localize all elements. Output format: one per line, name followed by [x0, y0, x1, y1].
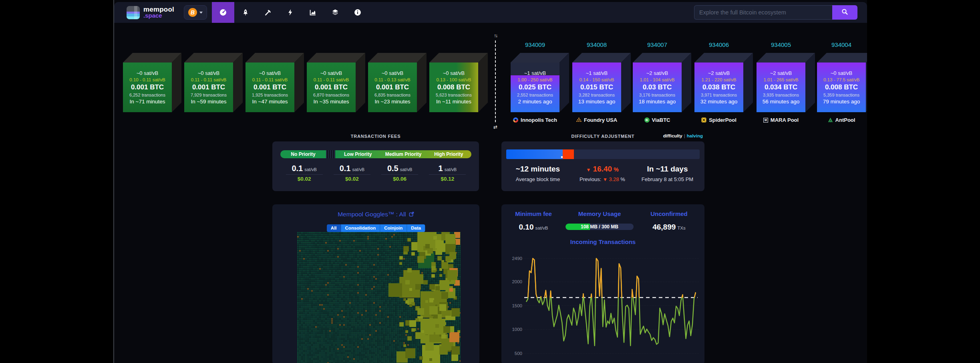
nav-tab-dashboard[interactable]	[212, 2, 234, 23]
goggles-title: Mempool Goggles™ : All	[338, 211, 406, 218]
goggles-tab-consolidation[interactable]: Consolidation	[341, 224, 380, 232]
mempool-block-cube[interactable]: ~0 sat/vB0.11 - 0.13 sat/vB0.001 BTC6,83…	[368, 63, 417, 112]
minimum-fee-unit: sat/vB	[535, 226, 548, 230]
layers-icon	[332, 9, 339, 16]
difficulty-link[interactable]: difficulty	[663, 133, 682, 138]
unconfirmed-heading: Unconfirmed	[634, 210, 704, 217]
mempool-block[interactable]: ~0 sat/vB0.11 - 0.11 sat/vB0.001 BTC6,87…	[307, 63, 356, 112]
mempool-block[interactable]: ~0 sat/vB0.11 - 0.11 sat/vB0.001 BTC1,92…	[246, 63, 294, 112]
mining-pool-link[interactable]: AntPool	[817, 117, 866, 123]
block-face: ~0 sat/vB0.10 - 0.11 sat/vB0.001 BTC6,25…	[123, 63, 172, 112]
block-face: ~0 sat/vB0.11 - 0.11 sat/vB0.001 BTC7,92…	[184, 63, 233, 112]
goggles-tab-all[interactable]: All	[327, 224, 341, 232]
mined-block[interactable]: 934005~2 sat/vB1.01 - 265 sat/vB0.034 BT…	[757, 41, 805, 123]
incoming-transactions-chart: 2490200015001000500	[501, 248, 704, 363]
block-tx-count: 1,925 transactions	[252, 93, 288, 97]
mining-pool-link[interactable]: BViaBTC	[633, 117, 682, 123]
avg-block-time-stat: ~12 minutes Average block time	[501, 165, 574, 182]
mined-block[interactable]: 934007~2 sat/vB1.01 - 104 sat/vB0.03 BTC…	[633, 41, 682, 123]
cube-side-face	[621, 53, 631, 112]
cube-side-face	[866, 53, 867, 112]
mempool-block-cube[interactable]: ~0 sat/vB0.11 - 0.11 sat/vB0.001 BTC1,92…	[246, 63, 294, 112]
block-median-fee: ~0 sat/vB	[382, 70, 404, 76]
previous-label: Previous:	[580, 176, 601, 182]
mined-block-cube[interactable]: ~2 sat/vB1.01 - 104 sat/vB0.03 BTC3,176 …	[633, 63, 682, 112]
lightning-icon	[287, 9, 294, 16]
mined-block[interactable]: 934006~2 sat/vB1.21 - 220 sat/vB0.038 BT…	[694, 41, 743, 123]
block-height-link[interactable]: 934008	[572, 41, 621, 48]
block-mined-time: 56 minutes ago	[763, 99, 799, 105]
block-total-fees: 0.008 BTC	[825, 83, 858, 91]
mempool-block-cube[interactable]: ~0 sat/vB0.11 - 0.11 sat/vB0.001 BTC6,87…	[307, 63, 356, 112]
block-face: ~1 sat/vB0.14 - 150 sat/vB0.015 BTC3,282…	[572, 63, 621, 112]
block-median-fee: ~0 sat/vB	[320, 70, 342, 76]
mined-block[interactable]: 934009~1 sat/vB1.00 - 250 sat/vB0.025 BT…	[511, 41, 559, 123]
mempool-block-cube[interactable]: ~0 sat/vB0.13 - 100 sat/vB0.008 BTC5,623…	[429, 63, 478, 112]
mempool-block[interactable]: ~0 sat/vB0.10 - 0.11 sat/vB0.001 BTC6,25…	[123, 63, 172, 112]
nav-tab-about[interactable]	[346, 2, 369, 23]
block-fee-range: 0.11 - 0.11 sat/vB	[191, 77, 226, 82]
block-median-fee: ~2 sat/vB	[770, 70, 792, 76]
mined-block[interactable]: 934008~1 sat/vB0.14 - 150 sat/vB0.015 BT…	[572, 41, 621, 123]
down-arrow-icon: ▼	[603, 177, 608, 182]
block-fee-range: 1.00 - 250 sat/vB	[518, 77, 553, 82]
block-fee-range: 0.11 - 0.13 sat/vB	[374, 77, 410, 82]
cube-top-face	[817, 53, 867, 63]
search-bar	[694, 5, 857, 20]
block-median-fee: ~0 sat/vB	[137, 70, 159, 76]
mempool-block[interactable]: ~0 sat/vB0.11 - 0.13 sat/vB0.001 BTC6,83…	[368, 63, 417, 112]
fee-tier: 0.1sat/vB$0.02	[280, 164, 328, 182]
mining-pool-link[interactable]: SpiderPool	[694, 117, 743, 123]
minimum-fee-value: 0.10sat/vB	[501, 223, 565, 232]
block-median-fee: ~0 sat/vB	[831, 70, 853, 76]
mining-pool-name: MARA Pool	[771, 117, 799, 123]
fee-bar-no-priority: No Priority	[280, 150, 326, 158]
mined-block-cube[interactable]: ~2 sat/vB1.01 - 265 sat/vB0.034 BTC3,935…	[757, 63, 805, 112]
mined-block-cube[interactable]: ~1 sat/vB1.00 - 250 sat/vB0.025 BTC2,552…	[511, 63, 559, 112]
block-height-link[interactable]: 934004	[817, 41, 866, 48]
mined-block[interactable]: 934004~0 sat/vB0.13 - 77.5 sat/vB0.008 B…	[817, 41, 866, 123]
fee-tier-divider	[429, 174, 466, 175]
mining-pool-name: ViaBTC	[652, 117, 670, 123]
mined-block-cube[interactable]: ~1 sat/vB0.14 - 150 sat/vB0.015 BTC3,282…	[572, 63, 621, 112]
block-fee-range: 0.11 - 0.11 sat/vB	[314, 77, 349, 82]
mined-block-cube[interactable]: ~0 sat/vB0.13 - 77.5 sat/vB0.008 BTC5,35…	[817, 63, 866, 112]
rocket-icon	[242, 9, 249, 16]
fee-tier-divider	[286, 174, 323, 175]
fee-tier-rate: 1sat/vB	[424, 164, 471, 173]
goggles-tab-coinjoin[interactable]: Coinjoin	[380, 224, 407, 232]
nav-tab-mining[interactable]	[257, 2, 279, 23]
difficulty-spike-segment	[563, 149, 574, 159]
mempool-block-cube[interactable]: ~0 sat/vB0.11 - 0.11 sat/vB0.001 BTC7,92…	[184, 63, 233, 112]
nav-tab-acceleration[interactable]	[234, 2, 257, 23]
mempool-block[interactable]: ~0 sat/vB0.13 - 100 sat/vB0.008 BTC5,623…	[429, 63, 478, 112]
block-height-link[interactable]: 934009	[511, 41, 559, 48]
mining-pool-link[interactable]: Foundry USA	[572, 117, 621, 123]
block-total-fees: 0.001 BTC	[254, 83, 286, 91]
unconfirmed-value: 46,899TXs	[634, 223, 704, 232]
block-face: ~0 sat/vB0.11 - 0.13 sat/vB0.001 BTC6,83…	[368, 63, 417, 112]
network-selector[interactable]: B	[184, 5, 207, 20]
search-button[interactable]	[832, 5, 857, 20]
mempool-block-cube[interactable]: ~0 sat/vB0.10 - 0.11 sat/vB0.001 BTC6,25…	[123, 63, 172, 112]
memory-bar-text: 108 MB / 300 MB	[565, 224, 634, 230]
cube-side-face	[294, 53, 304, 112]
mempool-block[interactable]: ~0 sat/vB0.11 - 0.11 sat/vB0.001 BTC7,92…	[184, 63, 233, 112]
halving-link[interactable]: halving	[687, 133, 703, 138]
block-height-link[interactable]: 934005	[757, 41, 805, 48]
nav-tab-blocks[interactable]	[324, 2, 346, 23]
goggles-tab-data[interactable]: Data	[407, 224, 425, 232]
mining-pool-link[interactable]: Innopolis Tech	[511, 117, 559, 123]
brand-logo[interactable]: mempool .space	[127, 6, 174, 19]
mining-pool-link[interactable]: MMARA Pool	[757, 117, 805, 123]
block-height-link[interactable]: 934007	[633, 41, 682, 48]
block-tx-count: 6,835 transactions	[374, 93, 411, 97]
nav-tab-graphs[interactable]	[302, 2, 324, 23]
goggles-treemap[interactable]	[297, 232, 461, 363]
search-input[interactable]	[694, 5, 832, 20]
mined-block-cube[interactable]: ~2 sat/vB1.21 - 220 sat/vB0.038 BTC3,971…	[694, 63, 743, 112]
nav-tab-lightning[interactable]	[279, 2, 302, 23]
main-nav	[212, 2, 369, 23]
goggles-title-link[interactable]: Mempool Goggles™ : All	[272, 211, 479, 218]
block-height-link[interactable]: 934006	[694, 41, 743, 48]
